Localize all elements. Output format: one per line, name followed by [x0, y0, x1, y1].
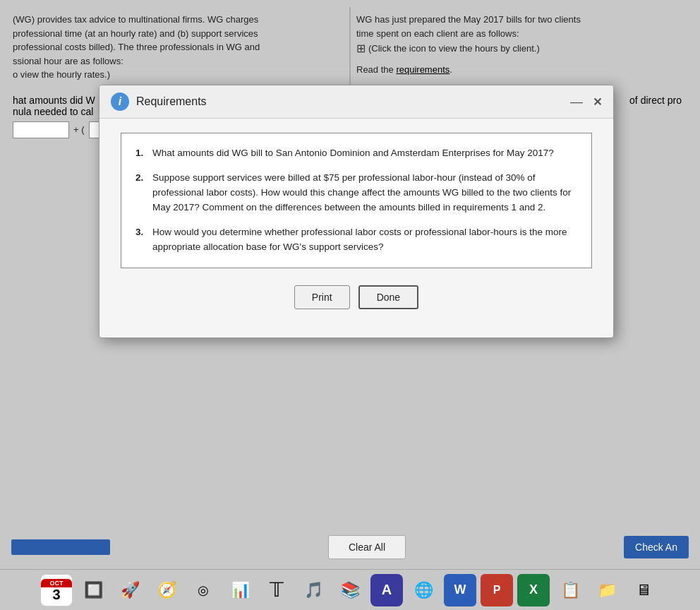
req-2-number: 2. — [135, 171, 148, 215]
minimize-button[interactable]: — — [570, 95, 583, 108]
modal-overlay: i Requirements — ✕ 1. What amounts did W… — [0, 0, 700, 610]
req-1-number: 1. — [135, 146, 148, 161]
modal-titlebar: i Requirements — ✕ — [99, 85, 613, 119]
modal-body: 1. What amounts did WG bill to San Anton… — [99, 119, 613, 337]
req-3-number: 3. — [135, 225, 148, 255]
modal-footer: Print Done — [121, 285, 592, 323]
requirements-modal: i Requirements — ✕ 1. What amounts did W… — [99, 85, 614, 338]
info-icon: i — [111, 92, 129, 111]
requirement-3: 3. How would you determine whether profe… — [135, 225, 577, 255]
req-1-text: What amounts did WG bill to San Antonio … — [152, 146, 554, 161]
req-2-text: Suppose support services were billed at … — [152, 171, 577, 215]
req-3-text: How would you determine whether professi… — [152, 225, 577, 255]
requirement-2: 2. Suppose support services were billed … — [135, 171, 577, 215]
requirements-box: 1. What amounts did WG bill to San Anton… — [121, 133, 592, 268]
modal-title: Requirements — [136, 95, 563, 108]
print-button[interactable]: Print — [294, 285, 350, 309]
done-button[interactable]: Done — [358, 285, 418, 309]
requirement-1: 1. What amounts did WG bill to San Anton… — [135, 146, 577, 161]
close-button[interactable]: ✕ — [593, 95, 602, 109]
modal-controls: — ✕ — [570, 95, 602, 109]
